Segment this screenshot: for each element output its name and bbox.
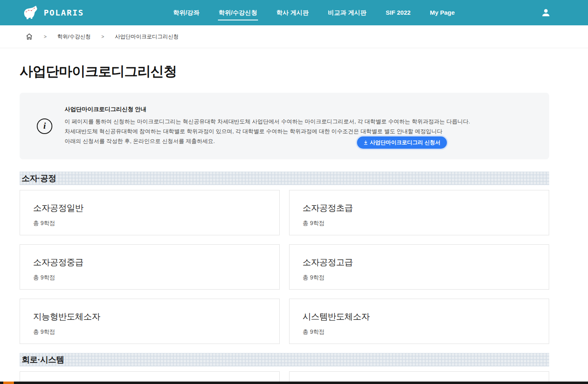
section-title: 회로·시스템 bbox=[20, 354, 64, 365]
nav-my-page[interactable]: My Page bbox=[430, 0, 455, 25]
account-person-icon[interactable] bbox=[541, 7, 551, 18]
main-content: 사업단마이크로디그리신청 i 사업단마이크로디그리신청 안내 이 페이지를 통하… bbox=[20, 63, 549, 384]
download-arrow-icon bbox=[364, 140, 368, 145]
course-card[interactable]: 시스템반도체소자 총 9학점 bbox=[289, 299, 549, 344]
download-button-label: 사업단마이크로디그리 신청서 bbox=[370, 139, 440, 146]
nav-degree-courses[interactable]: 학위/강좌 bbox=[173, 0, 200, 25]
main-nav: 학위/강좌 학위/수강신청 학사 게시판 비교과 게시판 SIF 2022 My… bbox=[173, 0, 455, 25]
breadcrumb-item-current[interactable]: 사업단마이크로디그리신청 bbox=[115, 33, 179, 40]
course-card-credits: 총 9학점 bbox=[303, 220, 536, 227]
home-icon[interactable] bbox=[25, 33, 33, 40]
course-card-credits: 총 9학점 bbox=[33, 220, 266, 227]
breadcrumb-separator: > bbox=[101, 34, 104, 40]
course-card[interactable]: 소자공정중급 총 9학점 bbox=[20, 244, 280, 290]
course-card-title: 소자공정일반 bbox=[33, 202, 266, 214]
top-navbar: POLARIS 학위/강좌 학위/수강신청 학사 게시판 비교과 게시판 SIF… bbox=[0, 0, 588, 25]
course-card-credits: 총 9학점 bbox=[303, 274, 536, 281]
page-title: 사업단마이크로디그리신청 bbox=[20, 63, 549, 81]
download-application-button[interactable]: 사업단마이크로디그리 신청서 bbox=[357, 136, 447, 149]
nav-sif-2022[interactable]: SIF 2022 bbox=[386, 0, 411, 25]
brand-name: POLARIS bbox=[44, 8, 84, 18]
section-header-band: 회로·시스템 bbox=[20, 353, 549, 366]
course-card[interactable]: 소자공정일반 총 9학점 bbox=[20, 190, 280, 235]
course-card-credits: 총 9학점 bbox=[33, 328, 266, 336]
breadcrumb: > 학위/수강신청 > 사업단마이크로디그리신청 bbox=[0, 25, 588, 48]
sections: 소자·공정 소자공정일반 총 9학점 소자공정초급 총 9학점 소자공정중급 총… bbox=[20, 172, 549, 384]
brand-logo[interactable]: POLARIS bbox=[22, 5, 84, 20]
course-card-grid: 소자공정일반 총 9학점 소자공정초급 총 9학점 소자공정중급 총 9학점 소… bbox=[20, 190, 549, 344]
course-section: 소자·공정 소자공정일반 총 9학점 소자공정초급 총 9학점 소자공정중급 총… bbox=[20, 172, 549, 344]
breadcrumb-separator: > bbox=[44, 34, 47, 40]
polar-bear-icon bbox=[22, 5, 40, 20]
course-card-title: 소자공정중급 bbox=[33, 257, 266, 268]
nav-academic-board[interactable]: 학사 게시판 bbox=[276, 0, 309, 25]
course-card-credits: 총 9학점 bbox=[303, 328, 536, 336]
notice-box: i 사업단마이크로디그리신청 안내 이 페이지를 통하여 신청하는 마이크로디그… bbox=[20, 93, 549, 159]
info-circle-icon: i bbox=[37, 118, 52, 134]
course-card-title: 소자공정초급 bbox=[303, 202, 536, 214]
section-header-band: 소자·공정 bbox=[20, 172, 549, 185]
course-card[interactable]: 소자공정초급 총 9학점 bbox=[289, 190, 549, 235]
notice-line: 차세대반도체 혁신공유대학에 참여하는 대학별로 학위과정이 있으며, 각 대학… bbox=[65, 127, 470, 136]
course-card-title: 지능형반도체소자 bbox=[33, 311, 266, 322]
breadcrumb-item-enrollment[interactable]: 학위/수강신청 bbox=[57, 33, 91, 40]
bottom-strip-accent bbox=[3, 382, 14, 384]
nav-extracurricular-board[interactable]: 비교과 게시판 bbox=[328, 0, 366, 25]
course-card[interactable]: 지능형반도체소자 총 9학점 bbox=[20, 299, 280, 344]
notice-title: 사업단마이크로디그리신청 안내 bbox=[65, 106, 470, 113]
course-card-credits: 총 9학점 bbox=[33, 274, 266, 281]
bottom-edge-strip bbox=[0, 382, 588, 384]
course-card-title: 시스템반도체소자 bbox=[303, 311, 536, 322]
section-title: 소자·공정 bbox=[20, 173, 56, 184]
course-section: 회로·시스템 회로시스템일반 회로시스템초급 bbox=[20, 353, 549, 384]
nav-degree-enrollment[interactable]: 학위/수강신청 bbox=[219, 0, 257, 25]
course-card-title: 소자공정고급 bbox=[303, 257, 536, 268]
course-card[interactable]: 소자공정고급 총 9학점 bbox=[289, 244, 549, 290]
notice-line: 이 페이지를 통하여 신청하는 마이크로디그리는 혁신공유대학 차세대반도체 사… bbox=[65, 117, 470, 127]
